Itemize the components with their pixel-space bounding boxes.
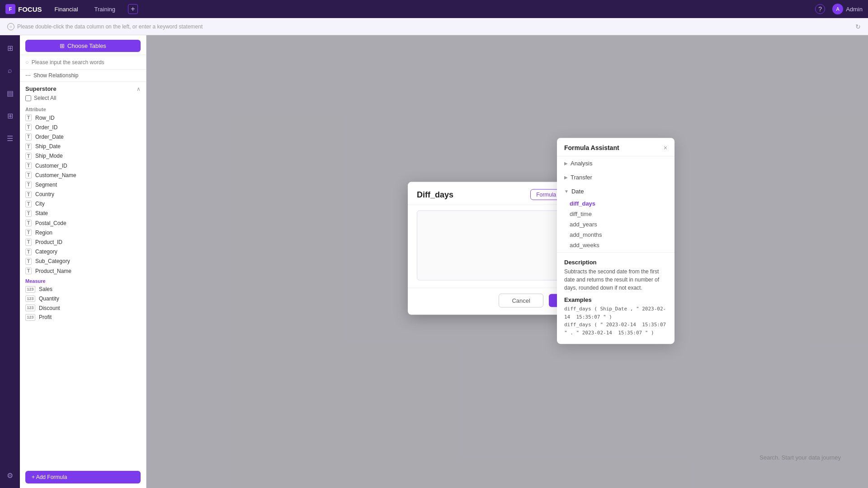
- choose-tables-button[interactable]: ⊞ Choose Tables: [25, 40, 141, 52]
- show-relationship-toggle[interactable]: ⋯ Show Relationship: [20, 70, 146, 82]
- field-type-icon: 123: [25, 296, 35, 302]
- toolbar: ○ Please double-click the data column on…: [0, 18, 868, 35]
- field-type-icon: 123: [25, 305, 35, 311]
- select-all-row: Select All: [20, 94, 146, 104]
- field-type-icon: T: [25, 258, 32, 265]
- field-ship_mode[interactable]: T Ship_Mode: [20, 151, 146, 161]
- avatar: A: [832, 4, 843, 14]
- field-name: Region: [35, 230, 52, 236]
- field-type-icon: T: [25, 153, 32, 160]
- field-sub_category[interactable]: T Sub_Category: [20, 257, 146, 266]
- cancel-button[interactable]: Cancel: [499, 294, 543, 308]
- field-region[interactable]: T Region: [20, 228, 146, 237]
- fa-item-add_years[interactable]: add_years: [570, 219, 675, 230]
- field-type-icon: T: [25, 267, 32, 274]
- sidebar-home-icon[interactable]: ⊞: [3, 41, 17, 55]
- field-order_date[interactable]: T Order_Date: [20, 132, 146, 141]
- fa-category-date[interactable]: ▼ Date: [557, 184, 675, 198]
- field-customer_name[interactable]: T Customer_Name: [20, 170, 146, 180]
- field-type-icon: T: [25, 191, 32, 198]
- field-name: Sub_Category: [35, 258, 70, 264]
- field-type-icon: T: [25, 229, 32, 236]
- select-all-checkbox[interactable]: [25, 95, 31, 101]
- relationship-icon: ⋯: [25, 72, 31, 79]
- field-name: Segment: [35, 182, 57, 188]
- data-panel-top: ⊞ Choose Tables: [20, 35, 146, 55]
- field-row_id[interactable]: T Row_ID: [20, 113, 146, 122]
- table-name: Superstore: [25, 85, 57, 92]
- user-menu[interactable]: A Admin: [832, 4, 863, 14]
- fa-category-transfer[interactable]: ▶ Transfer: [557, 170, 675, 184]
- sidebar-grid-icon[interactable]: ⊞: [3, 108, 17, 123]
- sidebar-chart-icon[interactable]: ▤: [3, 86, 17, 100]
- field-customer_id[interactable]: T Customer_ID: [20, 161, 146, 170]
- fa-item-add_weeks[interactable]: add_weeks: [570, 240, 675, 250]
- field-name: Customer_Name: [35, 172, 76, 178]
- field-name: Postal_Code: [35, 220, 66, 226]
- content-area: Search. Start your data journey Diff_day…: [146, 35, 868, 488]
- field-country[interactable]: T Country: [20, 190, 146, 199]
- fa-desc-text: Subtracts the second date from the first…: [564, 267, 667, 292]
- field-name: City: [35, 201, 45, 207]
- main-layout: ⊞ ⌕ ▤ ⊞ ☰ ⚙ ⊞ Choose Tables ○ ⋯ Show Rel…: [0, 35, 868, 488]
- fa-item-add_months[interactable]: add_months: [570, 230, 675, 240]
- data-panel: ⊞ Choose Tables ○ ⋯ Show Relationship Su…: [20, 35, 146, 488]
- field-name: Profit: [39, 314, 52, 320]
- table-collapse-icon[interactable]: ∧: [137, 86, 141, 92]
- help-icon[interactable]: ?: [815, 4, 825, 14]
- field-product_name[interactable]: T Product_Name: [20, 266, 146, 276]
- field-type-icon: T: [25, 210, 32, 217]
- field-segment[interactable]: T Segment: [20, 180, 146, 189]
- field-type-icon: T: [25, 181, 32, 188]
- field-name: Sales: [39, 286, 52, 292]
- toolbar-hint-text: Please double-click the data column on t…: [17, 23, 203, 30]
- measure-section-label: Measure: [20, 276, 146, 285]
- nav-right: ? A Admin: [815, 4, 863, 14]
- user-name: Admin: [846, 6, 863, 13]
- fa-example-2: diff_days ( " 2023-02-14 15:35:07 " . " …: [557, 321, 675, 337]
- field-product_id[interactable]: T Product_ID: [20, 237, 146, 247]
- sidebar-list-icon[interactable]: ☰: [3, 131, 17, 145]
- field-postal_code[interactable]: T Postal_Code: [20, 218, 146, 228]
- field-category[interactable]: T Category: [20, 247, 146, 257]
- sidebar-settings-icon[interactable]: ⚙: [3, 468, 17, 483]
- sidebar-search-icon[interactable]: ⌕: [3, 63, 17, 78]
- fa-category-analysis[interactable]: ▶ Analysis: [557, 156, 675, 170]
- field-quantity[interactable]: 123 Quantity: [20, 294, 146, 304]
- fa-item-diff_days[interactable]: diff_days: [570, 198, 675, 209]
- logo-text: FOCUS: [18, 5, 42, 13]
- field-sales[interactable]: 123 Sales: [20, 285, 146, 294]
- field-discount[interactable]: 123 Discount: [20, 303, 146, 313]
- field-city[interactable]: T City: [20, 199, 146, 209]
- nav-financial[interactable]: Financial: [51, 4, 82, 14]
- search-icon: ○: [25, 59, 29, 66]
- formula-assistant-panel: Formula Assistant × ▶ Analysis ▶ Transfe…: [557, 138, 675, 344]
- field-type-icon: T: [25, 162, 32, 169]
- fa-close-icon[interactable]: ×: [664, 144, 667, 151]
- field-profit[interactable]: 123 Profit: [20, 313, 146, 322]
- attribute-section-label: Attribute: [20, 104, 146, 113]
- app-logo: F FOCUS: [5, 4, 42, 14]
- search-input[interactable]: [32, 59, 141, 66]
- add-formula-button[interactable]: + Add Formula: [25, 471, 141, 483]
- fa-category-label: Analysis: [571, 160, 592, 167]
- field-type-icon: T: [25, 133, 32, 140]
- field-state[interactable]: T State: [20, 209, 146, 218]
- fa-header: Formula Assistant ×: [557, 138, 675, 156]
- field-type-icon: T: [25, 239, 32, 245]
- field-order_id[interactable]: T Order_ID: [20, 122, 146, 132]
- fa-desc-title: Description: [564, 259, 667, 266]
- field-ship_date[interactable]: T Ship_Date: [20, 142, 146, 151]
- dialog-title: Diff_days: [417, 190, 453, 199]
- field-type-icon: T: [25, 249, 32, 255]
- table-icon: ⊞: [60, 42, 65, 49]
- nav-training[interactable]: Training: [91, 4, 119, 14]
- fa-arrow-icon: ▶: [564, 175, 568, 180]
- nav-add-tab[interactable]: +: [128, 4, 138, 14]
- refresh-icon[interactable]: ↻: [855, 23, 861, 30]
- field-name: Product_Name: [35, 268, 71, 274]
- fa-item-diff_time[interactable]: diff_time: [570, 209, 675, 219]
- icon-sidebar: ⊞ ⌕ ▤ ⊞ ☰ ⚙: [0, 35, 20, 488]
- field-type-icon: T: [25, 114, 32, 121]
- top-nav: F FOCUS Financial Training + ? A Admin: [0, 0, 868, 18]
